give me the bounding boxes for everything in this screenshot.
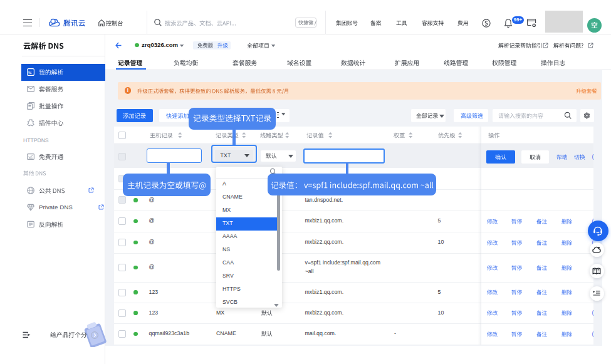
svg-text:w.: w. bbox=[28, 70, 32, 75]
